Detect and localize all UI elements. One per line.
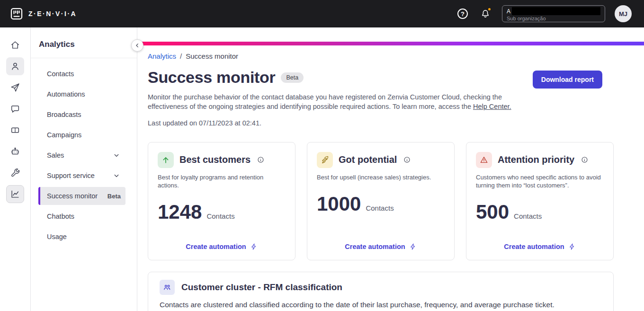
customer-cluster-card: Customer cluster - RFM classification Co…	[148, 272, 614, 311]
card-description: Customers who need specific actions to a…	[476, 173, 604, 189]
sidebar-item-campaigns[interactable]: Campaigns	[38, 126, 125, 144]
create-automation-label: Create automation	[186, 243, 246, 250]
contact-count: 500	[476, 201, 509, 223]
card-title: Got potential	[339, 154, 397, 165]
sub-organization-label: Sub organização	[507, 16, 600, 21]
sidebar-item-label: Success monitor	[47, 192, 98, 200]
sidebar-item-label: Usage	[47, 233, 67, 240]
sidebar-item-label: Chatbots	[47, 213, 74, 220]
info-icon[interactable]	[581, 156, 588, 163]
user-avatar[interactable]: MJ	[615, 5, 632, 22]
create-automation-link[interactable]: Create automation	[345, 243, 416, 250]
beta-badge-sidebar: Beta	[107, 193, 121, 200]
icon-rail	[0, 27, 31, 311]
sidebar-item-usage[interactable]: Usage	[38, 228, 125, 246]
rail-item-broadcasts[interactable]	[6, 79, 24, 97]
download-report-button[interactable]: Download report	[533, 71, 602, 89]
arrow-up-icon	[158, 152, 174, 168]
rail-item-home[interactable]	[6, 36, 24, 54]
breadcrumb-separator: /	[180, 52, 182, 60]
rail-item-analytics[interactable]	[6, 185, 24, 203]
warning-icon	[476, 152, 492, 168]
brand-gradient-bar	[137, 42, 644, 45]
info-icon[interactable]	[257, 156, 264, 163]
chat-icon	[10, 104, 20, 114]
home-icon	[10, 40, 20, 50]
chevron-down-icon	[112, 171, 121, 180]
zenvia-logo-icon	[9, 7, 24, 21]
tools-icon	[10, 168, 20, 178]
card-attention-priority: Attention priority Customers who need sp…	[466, 142, 614, 260]
help-icon[interactable]: ?	[457, 9, 468, 19]
sidebar-item-sales[interactable]: Sales	[38, 146, 125, 164]
chevron-down-icon	[112, 151, 121, 160]
sidebar-item-label: Contacts	[47, 70, 74, 78]
rail-item-tools[interactable]	[6, 164, 24, 182]
sidebar-item-label: Sales	[47, 151, 64, 159]
main-content: Analytics / Success monitor Success moni…	[137, 27, 644, 311]
contact-count-label: Contacts	[514, 212, 542, 220]
contact-count-label: Contacts	[366, 204, 394, 212]
sidebar-item-label: Campaigns	[47, 131, 81, 139]
bolt-icon	[250, 243, 258, 250]
redacted-org-name	[512, 7, 600, 15]
zenvia-logo: Z·E·N·V·I·A	[9, 7, 77, 21]
rail-item-bots[interactable]	[6, 142, 24, 160]
sidebar-item-success-monitor[interactable]: Success monitor Beta	[38, 187, 125, 205]
breadcrumb-analytics-link[interactable]: Analytics	[148, 52, 176, 60]
sidebar-item-label: Support service	[47, 172, 95, 179]
card-description: Best for loyalty programs and retention …	[158, 173, 286, 189]
sidebar-item-support-service[interactable]: Support service	[38, 167, 125, 185]
breadcrumb: Analytics / Success monitor	[148, 49, 614, 60]
sidebar-collapse-button[interactable]	[131, 39, 143, 52]
bolt-icon	[568, 243, 576, 250]
sidebar-title: Analytics	[31, 27, 137, 58]
rail-item-conversations[interactable]	[6, 100, 24, 118]
create-automation-link[interactable]: Create automation	[504, 243, 575, 250]
beta-badge: Beta	[281, 72, 304, 83]
sidebar-item-automations[interactable]: Automations	[38, 85, 125, 103]
bolt-icon	[409, 243, 417, 250]
rocket-icon	[317, 152, 333, 168]
cluster-card-description: Contacts are clustered and classified ac…	[160, 301, 602, 309]
org-name-visible-letter: A	[507, 8, 510, 15]
notifications-button[interactable]	[480, 9, 491, 19]
breadcrumb-current: Success monitor	[186, 52, 238, 60]
organization-selector[interactable]: A Sub organização	[502, 5, 605, 22]
card-got-potential: Got potential Best for upsell (increase …	[307, 142, 455, 260]
contact-count-label: Contacts	[206, 212, 234, 220]
sidebar-item-broadcasts[interactable]: Broadcasts	[38, 106, 125, 124]
ticket-icon	[10, 125, 20, 135]
create-automation-label: Create automation	[345, 243, 405, 250]
rail-item-commerce[interactable]	[6, 121, 24, 139]
info-icon[interactable]	[403, 156, 411, 163]
chevron-left-icon	[134, 42, 141, 49]
contact-count: 1248	[158, 201, 202, 223]
card-title: Attention priority	[498, 154, 574, 165]
analytics-icon	[10, 189, 20, 199]
create-automation-label: Create automation	[504, 243, 564, 250]
contact-count: 1000	[317, 193, 361, 215]
sidebar-item-label: Automations	[47, 90, 85, 98]
people-icon	[160, 280, 175, 295]
last-updated-text: Last updated on 07/11/2023 at 02:41.	[148, 118, 614, 128]
sidebar-item-chatbots[interactable]: Chatbots	[38, 207, 125, 225]
description-text: Monitor the purchase behavior of the con…	[148, 93, 502, 110]
sidebar-item-label: Broadcasts	[47, 111, 81, 118]
kpi-cards-row: Best customers Best for loyalty programs…	[148, 142, 614, 260]
card-title: Best customers	[179, 154, 250, 165]
card-description: Best for upsell (increase sales) strateg…	[317, 173, 445, 181]
create-automation-link[interactable]: Create automation	[186, 243, 257, 250]
card-best-customers: Best customers Best for loyalty programs…	[148, 142, 295, 260]
rail-item-contacts[interactable]	[6, 57, 24, 75]
sidebar-item-contacts[interactable]: Contacts	[38, 65, 125, 83]
notification-dot	[487, 7, 492, 11]
analytics-sidebar: Analytics Contacts Automations Broadcast…	[31, 27, 137, 311]
cluster-card-title: Customer cluster - RFM classification	[181, 282, 342, 293]
bot-icon	[10, 146, 20, 157]
send-icon	[10, 82, 20, 93]
brand-name: Z·E·N·V·I·A	[28, 10, 77, 18]
help-center-link[interactable]: Help Center.	[473, 103, 511, 110]
user-icon	[10, 61, 20, 71]
top-header: Z·E·N·V·I·A ? A Sub organização MJ	[0, 0, 644, 27]
